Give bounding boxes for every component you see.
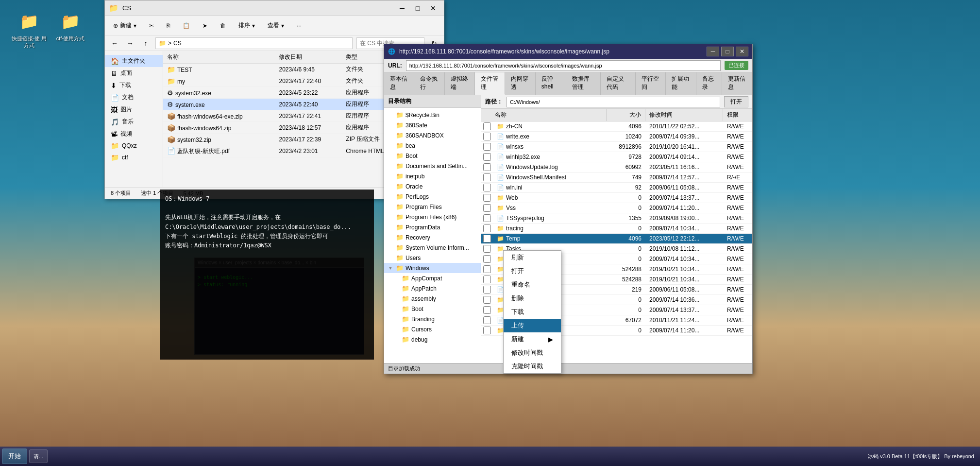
col-header-size[interactable]: 大小 <box>607 109 645 121</box>
dir-item[interactable]: 📁 assembly <box>384 293 481 304</box>
col-header-time[interactable]: 修改时间 <box>645 109 723 121</box>
tab-reverse-shell[interactable]: 反弹shell <box>536 72 566 95</box>
list-item[interactable]: 📁Web 0 2009/07/14 13:37... R/W/E <box>481 193 752 203</box>
file-checkbox[interactable] <box>483 122 491 130</box>
delete-button[interactable]: 🗑 <box>216 20 230 32</box>
sidebar-videos[interactable]: 📽 视频 <box>105 128 163 140</box>
dir-item[interactable]: 📁 AppPatch <box>384 283 481 293</box>
console-minimize-button[interactable]: ─ <box>707 47 719 56</box>
dir-item[interactable]: 📁 PerfLogs <box>384 191 481 202</box>
ctx-rename[interactable]: 重命名 <box>504 278 561 292</box>
desktop-icon-2[interactable]: 📁 ctf·使用方式 <box>51 10 90 42</box>
new-button[interactable]: ⊕ 新建 ▾ <box>109 19 141 32</box>
dir-item[interactable]: 📁 AppCompat <box>384 273 481 283</box>
dir-item[interactable]: 📁 Program Files (x86) <box>384 212 481 222</box>
col-header-perm[interactable]: 权限 <box>723 109 752 121</box>
tab-extensions[interactable]: 扩展功能 <box>666 72 696 95</box>
more-button[interactable]: ··· <box>292 20 306 32</box>
list-item[interactable]: 📁Vss 0 2009/07/14 11:20... R/W/E <box>481 203 752 213</box>
dir-item[interactable]: 📁 $Recycle.Bin <box>384 110 481 120</box>
tab-file-management[interactable]: 文件管理 <box>475 72 505 95</box>
dir-item[interactable]: 📁 360SANDBOX <box>384 130 481 140</box>
file-checkbox[interactable] <box>483 143 491 151</box>
file-checkbox[interactable] <box>483 184 491 191</box>
dir-item[interactable]: 📁 Documents and Settin... <box>384 161 481 171</box>
tab-basic-info[interactable]: 基本信息 <box>384 72 414 95</box>
sidebar-ctf[interactable]: 📁 ctf <box>105 152 163 163</box>
ctx-clone-timestamp[interactable]: 克隆时间戳 <box>504 360 561 373</box>
dir-item[interactable]: ▼ 📁 Windows <box>384 263 481 273</box>
file-checkbox[interactable] <box>483 133 491 140</box>
view-button[interactable]: 查看 ▾ <box>263 19 288 32</box>
file-checkbox[interactable] <box>483 163 491 171</box>
dir-item[interactable]: 📁 System Volume Inform... <box>384 242 481 253</box>
file-checkbox[interactable] <box>483 306 491 314</box>
dir-item[interactable]: 📁 Cursors <box>384 324 481 334</box>
ctx-upload[interactable]: 上传 <box>504 319 561 332</box>
tab-database[interactable]: 数据库管理 <box>566 72 601 95</box>
ctx-delete[interactable]: 删除 <box>504 292 561 305</box>
sort-button[interactable]: 排序 ▾ <box>234 19 259 32</box>
list-item[interactable]: 📁zh-CN 4096 2010/11/22 02:52... R/W/E <box>481 121 752 132</box>
tab-memo[interactable]: 备忘录 <box>696 72 722 95</box>
file-checkbox[interactable] <box>483 173 491 181</box>
sidebar-desktop[interactable]: 🖥 桌面 <box>105 67 163 79</box>
file-checkbox[interactable] <box>483 224 491 232</box>
list-item[interactable]: 📄win.ini 92 2009/06/11 05:08... R/W/E <box>481 183 752 193</box>
dir-item[interactable]: 📁 ProgramData <box>384 222 481 232</box>
path-input[interactable] <box>507 97 720 107</box>
dir-item[interactable]: 📁 Program Files <box>384 202 481 212</box>
url-input[interactable] <box>406 60 721 71</box>
sidebar-downloads[interactable]: ⬇ 下载 <box>105 79 163 91</box>
list-item[interactable]: 📄write.exe 10240 2009/07/14 09:39... R/W… <box>481 132 752 142</box>
col-header-name[interactable]: 名称 <box>491 109 607 121</box>
list-item[interactable]: 📁tracing 0 2009/07/14 10:34... R/W/E <box>481 224 752 234</box>
tab-parallel-space[interactable]: 平行空间 <box>636 72 666 95</box>
copy-button[interactable]: ⎘ <box>162 20 174 32</box>
close-button[interactable]: ✕ <box>426 3 440 14</box>
dir-item[interactable]: 📁 bea <box>384 140 481 151</box>
taskbar-task-1[interactable]: 请... <box>29 449 48 463</box>
file-checkbox[interactable] <box>483 194 491 202</box>
file-checkbox[interactable] <box>483 296 491 304</box>
move-button[interactable]: ➤ <box>198 20 212 32</box>
forward-button[interactable]: → <box>124 37 136 49</box>
file-checkbox[interactable] <box>483 235 491 242</box>
file-checkbox[interactable] <box>483 316 491 324</box>
file-checkbox[interactable] <box>483 327 491 334</box>
dir-item[interactable]: 📁 Users <box>384 253 481 263</box>
back-button[interactable]: ← <box>109 37 120 49</box>
tab-intranet[interactable]: 内网穿透 <box>505 72 535 95</box>
dir-item[interactable]: 📁 Boot <box>384 151 481 161</box>
sidebar-pictures[interactable]: 🖼 图片 <box>105 104 163 116</box>
col-name[interactable]: 名称 <box>163 51 275 64</box>
sidebar-documents[interactable]: 📄 文档 <box>105 91 163 104</box>
dir-item[interactable]: 📁 360Safe <box>384 120 481 130</box>
file-checkbox[interactable] <box>483 214 491 222</box>
list-item[interactable]: 📄WindowsUpdate.log 60992 2023/05/11 16:1… <box>481 162 752 173</box>
sidebar-music[interactable]: 🎵 音乐 <box>105 116 163 128</box>
open-button[interactable]: 打开 <box>724 96 748 107</box>
file-checkbox[interactable] <box>483 153 491 161</box>
up-button[interactable]: ↑ <box>140 37 152 49</box>
tab-custom-code[interactable]: 自定义代码 <box>601 72 636 95</box>
sidebar-home[interactable]: 🏠 主文件夹 <box>105 55 163 67</box>
minimize-button[interactable]: ─ <box>395 3 409 14</box>
ctx-download[interactable]: 下载 <box>504 305 561 319</box>
dir-item[interactable]: 📁 Branding <box>384 314 481 324</box>
ctx-modify-timestamp[interactable]: 修改时间戳 <box>504 346 561 360</box>
tab-virtual-terminal[interactable]: 虚拟终端 <box>445 72 475 95</box>
ctx-refresh[interactable]: 刷新 <box>504 251 561 264</box>
dir-item[interactable]: 📁 debug <box>384 334 481 345</box>
list-item[interactable]: 📄winsxs 8912896 2019/10/20 16:41... R/W/… <box>481 142 752 152</box>
ctx-open[interactable]: 打开 <box>504 264 561 278</box>
desktop-icon-1[interactable]: 📁 快捷链接·使 用方式 <box>10 10 49 49</box>
maximize-button[interactable]: □ <box>411 3 424 14</box>
list-item[interactable]: 📁Temp 4096 2023/05/12 22:12... R/W/E <box>481 234 752 244</box>
file-checkbox[interactable] <box>483 204 491 212</box>
start-button[interactable]: 开始 <box>2 449 27 464</box>
file-checkbox[interactable] <box>483 286 491 293</box>
file-checkbox[interactable] <box>483 276 491 283</box>
console-close-button[interactable]: ✕ <box>736 47 748 56</box>
col-date[interactable]: 修改日期 <box>275 51 342 64</box>
